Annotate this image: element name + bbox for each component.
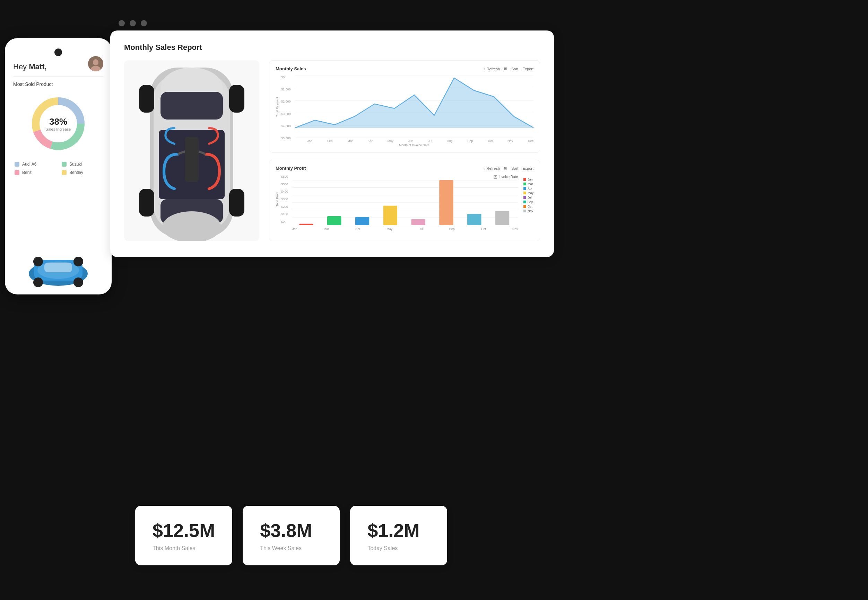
donut-percent: 38% [46,117,71,127]
legend-label-audi: Audi A6 [22,162,36,167]
chart-header-sales: Monthly Sales › Refresh ⊞ Sort [276,66,534,71]
bar-chart-area: ✓ Invoice Date [292,175,518,231]
svg-rect-14 [44,262,72,272]
legend-color-mar [524,183,526,185]
chevron-right-icon-profit: › [484,166,486,170]
svg-rect-45 [327,216,341,225]
legend-color-oct [524,205,526,208]
dashboard-title: Monthly Sales Report [124,43,540,52]
donut-chart: 38% Sales Increase [27,92,90,155]
sort-label-profit: Sort [511,166,518,170]
svg-rect-49 [439,180,453,225]
legend-benz: Benz [15,170,55,175]
legend-color-may [524,192,526,194]
chart-title-sales: Monthly Sales [276,66,306,71]
bar-legend-item: May [524,191,534,195]
export-btn-profit[interactable]: Export [522,166,534,170]
checkbox-label-text: Invoice Date [498,175,518,179]
stat-value-month: $12.5M [153,520,215,541]
legend-color-bentley [62,170,67,175]
svg-point-25 [162,211,221,241]
dot-3 [141,20,147,26]
bar-legend-item: Oct [524,205,534,208]
legend-label-benz: Benz [22,170,32,175]
svg-rect-47 [383,206,397,225]
x-axis-title-sales: Month of Invoice Date [295,143,534,147]
svg-rect-44 [299,224,313,225]
stat-value-week: $3.8M [260,520,322,541]
legend-color-jan [524,178,526,181]
grid-btn-profit[interactable]: ⊞ [504,166,507,170]
invoice-date-checkbox[interactable]: ✓ Invoice Date [494,175,518,179]
stat-card-today: $1.2M Today Sales [350,506,447,565]
checkbox-box: ✓ [494,175,497,179]
phone-car-image [8,249,108,288]
svg-point-12 [33,277,43,287]
svg-rect-27 [229,85,244,112]
y-axis-labels: $5,000 $4,000 $3,000 $2,000 $1,000 $0 [281,76,291,147]
monthly-sales-chart: Monthly Sales › Refresh ⊞ Sort [269,60,540,153]
bar-legend-item: Nov [524,209,534,213]
svg-rect-29 [229,189,244,217]
legend-color-benz [15,170,20,175]
divider [13,76,103,77]
grid-icon: ⊞ [504,67,507,71]
bar-legend-item: Jul [524,196,534,199]
export-btn-sales[interactable]: Export [522,67,534,71]
chart-actions-sales: › Refresh ⊞ Sort Export [484,67,534,71]
stats-row: $12.5M This Month Sales $3.8M This Week … [135,506,447,565]
car-top-panel [124,60,259,241]
bar-legend-item: Jan [524,178,534,181]
phone-notch [55,48,62,56]
svg-rect-26 [139,85,154,112]
svg-point-10 [33,257,43,267]
y-axis-title-profit: Total Profit [276,175,279,223]
stat-label-today: Today Sales [367,545,430,552]
window-dots [118,20,147,26]
stat-card-month: $12.5M This Month Sales [135,506,232,565]
bar-legend-item: Sep [524,200,534,204]
donut-center: 38% Sales Increase [46,117,71,131]
grid-btn-sales[interactable]: ⊞ [504,67,507,71]
sort-btn-profit[interactable]: Sort [511,166,518,170]
legend-suzuki: Suzuki [62,162,102,167]
legend-label-bentley: Bentley [69,170,83,175]
refresh-btn-sales[interactable]: › Refresh [484,67,500,71]
bar-legend-item: Mar [524,182,534,186]
bar-chart-svg [292,180,518,225]
chart-legend: Audi A6 Suzuki Benz Bentley [13,162,103,175]
x-axis-labels-sales: Jan Feb Mar Apr May Jun Jul Aug Sep Oct … [308,138,534,143]
svg-rect-28 [139,189,154,217]
stat-label-week: This Week Sales [260,545,322,552]
refresh-btn-profit[interactable]: › Refresh [484,166,500,170]
svg-rect-51 [495,211,509,225]
legend-bentley: Bentley [62,170,102,175]
svg-point-11 [73,257,83,267]
legend-label-suzuki: Suzuki [69,162,82,167]
car-top-view-svg [129,60,254,241]
charts-panel: Monthly Sales › Refresh ⊞ Sort [269,60,540,241]
y-axis-labels-profit: $0 $100 $200 $300 $400 $500 $600 [281,175,288,223]
stat-card-week: $3.8M This Week Sales [243,506,340,565]
dot-2 [130,20,136,26]
phone-panel: Hey Matt, Most Sold Product 38% Sales In… [5,38,112,294]
chart-header-profit: Monthly Profit › Refresh ⊞ Sort [276,165,534,171]
y-axis-title: Total Payment [276,76,279,138]
avatar [88,56,103,71]
export-label-profit: Export [522,166,534,170]
refresh-label: Refresh [486,67,500,71]
dashboard-content: Monthly Sales › Refresh ⊞ Sort [124,60,540,241]
dot-1 [118,20,125,26]
bar-chart-container: Total Profit $0 $100 $200 $300 $400 $500… [276,175,534,231]
donut-label: Sales Increase [46,127,71,131]
sort-label: Sort [511,67,518,71]
export-label: Export [522,67,534,71]
monthly-profit-chart: Monthly Profit › Refresh ⊞ Sort [269,160,540,241]
legend-color-audi [15,162,20,167]
legend-color-suzuki [62,162,67,167]
area-chart-svg [295,76,534,138]
legend-color-jul [524,196,526,199]
grid-icon-profit: ⊞ [504,166,507,170]
svg-rect-30 [185,137,199,182]
sort-btn-sales[interactable]: Sort [511,67,518,71]
